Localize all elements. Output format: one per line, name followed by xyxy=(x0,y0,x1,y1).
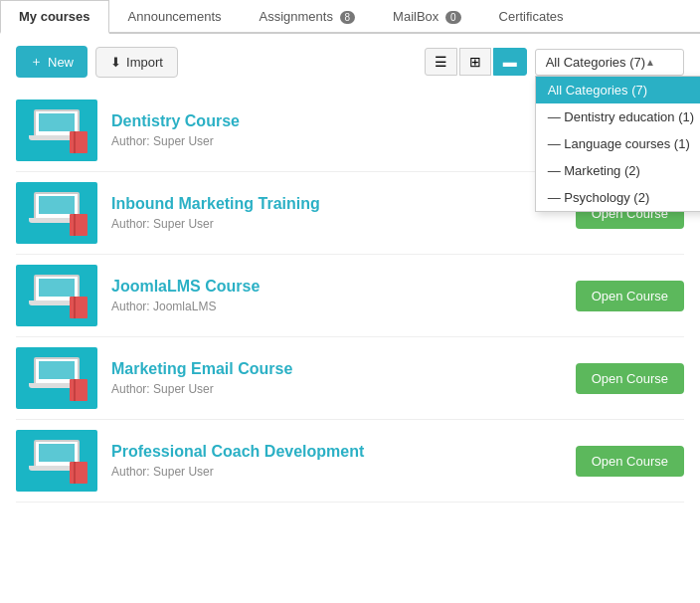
category-dropdown-menu: All Categories (7) — Dentistry education… xyxy=(535,76,700,212)
course-thumbnail xyxy=(16,182,97,244)
category-option-marketing[interactable]: — Marketing (2) xyxy=(536,157,700,184)
course-title[interactable]: Marketing Email Course xyxy=(111,360,562,378)
download-icon: ⬇ xyxy=(110,55,121,70)
view-controls: ☰ ⊞ ▬ All Categories (7) ▲ All Categorie… xyxy=(425,48,684,76)
course-title[interactable]: JoomlaLMS Course xyxy=(111,278,562,296)
tab-announcements[interactable]: Announcements xyxy=(109,0,241,34)
new-button[interactable]: ＋ New xyxy=(16,46,88,78)
category-option-psychology[interactable]: — Psychology (2) xyxy=(536,184,700,211)
tab-mailbox[interactable]: MailBox 0 xyxy=(374,0,479,34)
course-author: Author: Super User xyxy=(111,382,562,396)
tabs-bar: My courses Announcements Assignments 8 M… xyxy=(0,0,700,34)
toolbar: ＋ New ⬇ Import ☰ ⊞ ▬ All Categories (7) … xyxy=(0,34,700,90)
course-info: JoomlaLMS Course Author: JoomlaLMS xyxy=(111,278,562,313)
grid-icon: ⊞ xyxy=(469,54,481,70)
category-option-language[interactable]: — Language courses (1) xyxy=(536,130,700,157)
category-dropdown-button[interactable]: All Categories (7) ▲ xyxy=(535,49,684,76)
table-row: JoomlaLMS Course Author: JoomlaLMS Open … xyxy=(16,255,684,337)
course-info: Professional Coach Development Author: S… xyxy=(111,443,562,479)
course-title[interactable]: Professional Coach Development xyxy=(111,443,562,461)
table-row: Marketing Email Course Author: Super Use… xyxy=(16,337,684,420)
mailbox-badge: 0 xyxy=(445,11,461,24)
card-view-button[interactable]: ▬ xyxy=(493,48,527,76)
grid-view-button[interactable]: ⊞ xyxy=(459,48,491,76)
chevron-down-icon: ▲ xyxy=(645,57,655,68)
open-course-button[interactable]: Open Course xyxy=(576,446,684,477)
tab-certificates[interactable]: Certificates xyxy=(480,0,583,34)
open-course-button[interactable]: Open Course xyxy=(576,281,684,311)
course-author: Author: Super User xyxy=(111,217,562,231)
card-icon: ▬ xyxy=(503,54,517,70)
plus-icon: ＋ xyxy=(30,53,43,71)
course-info: Marketing Email Course Author: Super Use… xyxy=(111,360,562,396)
list-icon: ☰ xyxy=(435,54,447,70)
course-thumbnail xyxy=(16,430,97,492)
course-thumbnail xyxy=(16,347,97,409)
list-view-button[interactable]: ☰ xyxy=(425,48,457,76)
tab-assignments[interactable]: Assignments 8 xyxy=(241,0,375,34)
course-info: Inbound Marketing Training Author: Super… xyxy=(111,195,562,231)
category-selected-label: All Categories (7) xyxy=(546,55,645,70)
import-button[interactable]: ⬇ Import xyxy=(95,47,178,78)
course-author: Author: Super User xyxy=(111,465,562,479)
course-thumbnail xyxy=(16,100,97,161)
course-thumbnail xyxy=(16,265,97,326)
table-row: Professional Coach Development Author: S… xyxy=(16,420,684,502)
tab-my-courses[interactable]: My courses xyxy=(0,0,109,34)
assignments-badge: 8 xyxy=(340,11,356,24)
course-title[interactable]: Inbound Marketing Training xyxy=(111,195,562,213)
course-author: Author: JoomlaLMS xyxy=(111,300,562,313)
category-option-all[interactable]: All Categories (7) xyxy=(536,77,700,103)
category-dropdown-wrap: All Categories (7) ▲ All Categories (7) … xyxy=(535,49,684,76)
open-course-button[interactable]: Open Course xyxy=(576,363,684,394)
category-option-dentistry[interactable]: — Dentistry education (1) xyxy=(536,103,700,130)
